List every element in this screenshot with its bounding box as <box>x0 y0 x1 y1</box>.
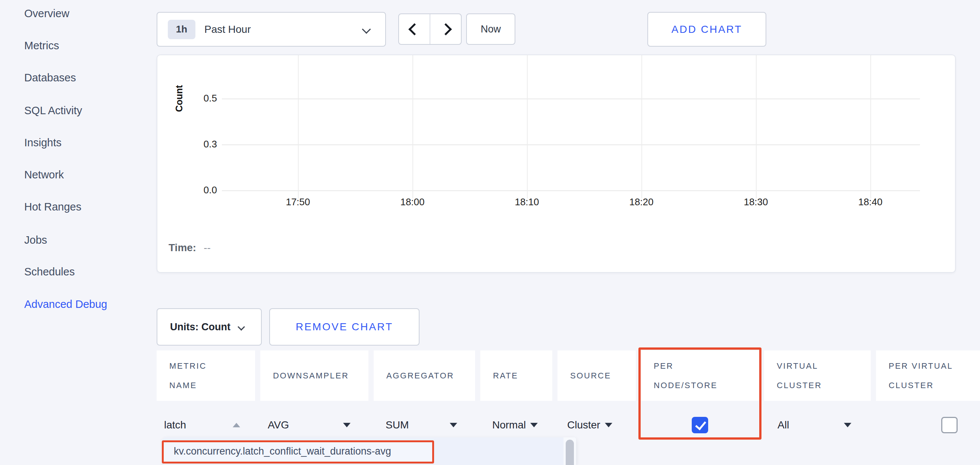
per-node-store-checkbox[interactable] <box>692 417 708 433</box>
sidebar-item-overview[interactable]: Overview <box>24 6 69 21</box>
advanced-debug-custom-chart-page: Overview Metrics Databases SQL Activity … <box>0 0 980 465</box>
triangle-down-icon[interactable] <box>844 423 851 427</box>
triangle-down-icon[interactable] <box>605 423 612 427</box>
aggregator-select[interactable]: SUM <box>386 419 409 431</box>
sidebar-item-advanced-debug[interactable]: Advanced Debug <box>24 297 107 312</box>
per-node-store-cell <box>641 417 759 433</box>
metric-suggestion-item[interactable]: kv.concurrency.latch_conflict_wait_durat… <box>163 440 434 462</box>
sidebar-item-databases[interactable]: Databases <box>24 70 76 85</box>
column-header-per-virtual-cluster: PER VIRTUAL CLUSTER <box>876 350 980 401</box>
column-header-aggregator: AGGREGATOR <box>374 350 475 401</box>
triangle-down-icon[interactable] <box>450 423 457 427</box>
previous-timeframe-button[interactable] <box>399 14 430 44</box>
downsampler-cell: AVG <box>260 419 368 431</box>
metric-table-header: METRIC NAME DOWNSAMPLER AGGREGATOR RATE … <box>157 350 980 401</box>
metric-table-row: latch AVG SUM Normal Cluster All <box>157 409 980 441</box>
sidebar-item-network[interactable]: Network <box>24 167 64 182</box>
metric-name-cell: latch <box>157 419 255 431</box>
sidebar-item-hot-ranges[interactable]: Hot Ranges <box>24 199 81 214</box>
metric-suggestion-dropdown: kv.concurrency.latch_conflict_wait_durat… <box>163 437 576 465</box>
triangle-down-icon[interactable] <box>343 423 350 427</box>
gridline <box>756 55 757 198</box>
gridline <box>222 190 920 191</box>
triangle-up-icon[interactable] <box>233 423 240 427</box>
chevron-down-icon <box>237 323 245 331</box>
gridline <box>870 55 871 198</box>
x-tick-label: 18:40 <box>844 196 896 208</box>
x-tick-label: 18:30 <box>730 196 782 208</box>
next-timeframe-button[interactable] <box>430 14 461 44</box>
source-cell: Cluster <box>557 419 636 431</box>
chevron-right-icon <box>440 23 452 35</box>
gridline <box>298 55 299 198</box>
per-virtual-cluster-checkbox[interactable] <box>941 417 958 433</box>
now-button[interactable]: Now <box>466 13 515 45</box>
source-select[interactable]: Cluster <box>567 419 600 431</box>
x-tick-label: 18:20 <box>615 196 668 208</box>
virtual-cluster-cell: All <box>764 419 871 431</box>
x-tick-label: 18:10 <box>501 196 553 208</box>
rate-cell: Normal <box>480 419 552 431</box>
gridline <box>222 99 920 99</box>
aggregator-cell: SUM <box>374 419 475 431</box>
sidebar-item-sql-activity[interactable]: SQL Activity <box>24 103 82 118</box>
column-header-downsampler: DOWNSAMPLER <box>260 350 368 401</box>
gridline <box>412 55 413 198</box>
time-value: -- <box>204 242 211 253</box>
y-tick-label: 0.0 <box>180 184 217 196</box>
triangle-down-icon[interactable] <box>530 423 538 427</box>
column-header-rate: RATE <box>480 350 552 401</box>
time-range-selector[interactable]: 1h Past Hour <box>157 12 386 46</box>
virtual-cluster-select[interactable]: All <box>778 419 789 431</box>
chevron-down-icon <box>362 25 371 34</box>
rate-select[interactable]: Normal <box>492 419 526 431</box>
per-virtual-cluster-cell <box>876 417 980 433</box>
x-tick-label: 17:50 <box>272 196 324 208</box>
time-range-value: Past Hour <box>204 24 251 35</box>
column-header-per-node-store: PER NODE/STORE <box>641 350 759 401</box>
remove-chart-button[interactable]: REMOVE CHART <box>269 308 420 345</box>
sidebar-item-schedules[interactable]: Schedules <box>24 264 75 279</box>
x-tick-label: 18:00 <box>387 196 439 208</box>
metric-name-input[interactable]: latch <box>164 419 186 431</box>
gridline <box>641 55 642 198</box>
downsampler-select[interactable]: AVG <box>268 419 289 431</box>
y-tick-label: 0.5 <box>180 93 217 104</box>
time-range-badge: 1h <box>168 20 196 39</box>
time-label: Time: <box>169 242 196 253</box>
column-header-metric-name: METRIC NAME <box>157 350 255 401</box>
sidebar-item-metrics[interactable]: Metrics <box>24 38 59 53</box>
units-dropdown-label: Units: Count <box>170 321 231 333</box>
dropdown-scrollbar-track[interactable] <box>563 437 576 465</box>
y-tick-label: 0.3 <box>180 139 217 150</box>
gridline <box>527 55 528 198</box>
column-header-source: SOURCE <box>557 350 636 401</box>
units-dropdown[interactable]: Units: Count <box>157 308 262 345</box>
custom-chart-panel: Count 0.5 0.3 0.0 17:50 18:00 18:10 18:2… <box>157 54 956 273</box>
dropdown-scrollbar-thumb[interactable] <box>566 439 574 465</box>
time-step-buttons <box>398 13 462 45</box>
chart-hover-time: Time:-- <box>169 242 211 254</box>
sidebar-item-jobs[interactable]: Jobs <box>24 232 47 248</box>
column-header-virtual-cluster: VIRTUAL CLUSTER <box>764 350 871 401</box>
add-chart-button[interactable]: ADD CHART <box>648 12 766 46</box>
gridline <box>222 144 920 145</box>
sidebar-item-insights[interactable]: Insights <box>24 135 62 150</box>
chevron-left-icon <box>408 23 421 35</box>
